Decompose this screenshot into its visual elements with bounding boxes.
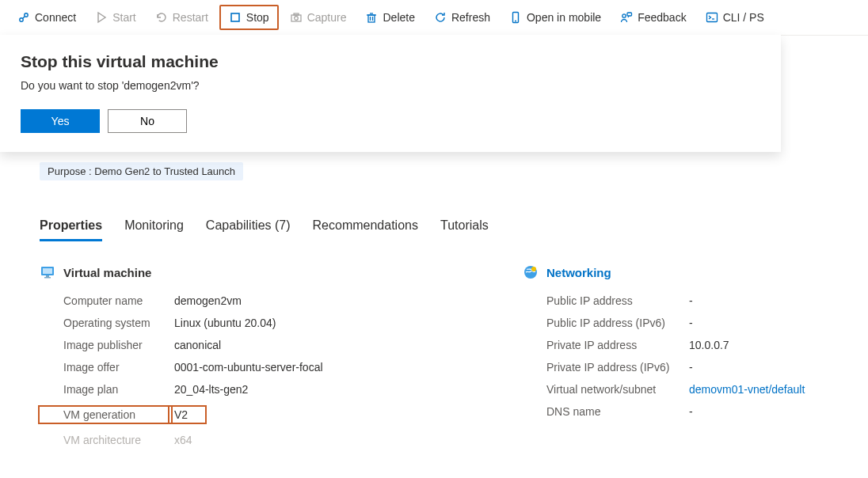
svg-rect-21 (46, 275, 49, 277)
row-value-link[interactable]: demovm01-vnet/default (689, 383, 805, 396)
networking-heading-label: Networking (546, 266, 611, 279)
no-button[interactable]: No (108, 109, 187, 133)
tabs: Properties Monitoring Capabilities (7) R… (40, 212, 847, 242)
refresh-icon (434, 11, 447, 24)
table-row: Image publishercanonical (40, 334, 451, 356)
connect-label: Connect (35, 11, 76, 24)
row-label: Computer name (40, 294, 174, 307)
tab-properties[interactable]: Properties (40, 212, 102, 241)
tab-tutorials[interactable]: Tutorials (440, 212, 489, 241)
table-row: Image plan20_04-lts-gen2 (40, 378, 451, 400)
vm-column: Virtual machine Computer namedemogen2vm … (40, 264, 451, 451)
table-row: Virtual network/subnetdemovm01-vnet/defa… (523, 378, 868, 400)
row-label: Image publisher (40, 339, 174, 351)
connect-icon (17, 11, 30, 24)
tab-capabilities[interactable]: Capabilities (7) (206, 212, 291, 241)
table-row: DNS name- (523, 400, 868, 423)
table-row: VM architecturex64 (40, 429, 451, 451)
svg-point-15 (622, 14, 626, 17)
row-label: Private IP address (523, 339, 689, 351)
open-mobile-button[interactable]: Open in mobile (501, 6, 609, 28)
vm-heading-label: Virtual machine (63, 266, 151, 279)
table-row-vm-generation: VM generationV2 (40, 400, 451, 429)
row-value: 10.0.0.7 (689, 339, 729, 351)
mobile-icon (509, 11, 522, 24)
svg-line-2 (23, 17, 25, 18)
dialog-message: Do you want to stop 'demogen2vm'? (21, 79, 760, 92)
row-value: 0001-com-ubuntu-server-focal (174, 361, 323, 374)
row-value: - (689, 361, 693, 374)
row-value: - (689, 405, 693, 418)
row-value: - (689, 317, 693, 329)
connect-button[interactable]: Connect (10, 6, 84, 28)
purpose-tag[interactable]: Purpose : Demo Gen2 to Trusted Launch (40, 162, 243, 180)
capture-label: Capture (307, 11, 347, 24)
svg-rect-22 (44, 277, 51, 279)
capture-button[interactable]: Capture (282, 6, 355, 28)
svg-rect-16 (627, 13, 632, 16)
toolbar: Connect Start Restart Stop Capture Delet… (0, 0, 868, 36)
table-row: Public IP address- (523, 290, 868, 312)
delete-label: Delete (383, 11, 414, 24)
stop-icon (229, 11, 242, 24)
play-icon (95, 11, 108, 24)
dialog-title: Stop this virtual machine (21, 52, 760, 71)
capture-icon (290, 11, 303, 24)
vm-heading: Virtual machine (40, 264, 451, 280)
dialog-actions: Yes No (21, 109, 760, 133)
row-label: Public IP address (523, 294, 689, 307)
networking-heading: Networking (523, 264, 868, 280)
row-label: Virtual network/subnet (523, 383, 689, 396)
svg-point-1 (25, 13, 28, 17)
trash-icon (365, 11, 378, 24)
cli-ps-button[interactable]: CLI / PS (698, 6, 772, 28)
tab-recommendations[interactable]: Recommendations (313, 212, 418, 241)
svg-point-6 (294, 17, 298, 21)
cli-icon (706, 11, 718, 24)
table-row: Public IP address (IPv6)- (523, 312, 868, 334)
table-row: Operating systemLinux (ubuntu 20.04) (40, 312, 451, 334)
svg-rect-20 (43, 268, 52, 274)
svg-rect-17 (706, 13, 717, 22)
properties-columns: Virtual machine Computer namedemogen2vm … (40, 264, 847, 451)
start-button[interactable]: Start (87, 6, 144, 28)
row-label: Private IP address (IPv6) (523, 361, 689, 374)
refresh-label: Refresh (451, 11, 490, 24)
open-mobile-label: Open in mobile (527, 11, 601, 24)
svg-rect-7 (294, 13, 299, 15)
svg-rect-4 (231, 13, 239, 21)
row-value: Linux (ubuntu 20.04) (174, 317, 276, 329)
restart-icon (155, 11, 168, 24)
table-row: Computer namedemogen2vm (40, 290, 451, 312)
row-label: VM generation (38, 405, 173, 424)
cli-ps-label: CLI / PS (723, 11, 764, 24)
networking-column: Networking Public IP address- Public IP … (523, 264, 868, 451)
start-label: Start (112, 11, 136, 24)
tab-monitoring[interactable]: Monitoring (124, 212, 184, 241)
row-value: demogen2vm (174, 294, 242, 307)
svg-rect-8 (368, 15, 375, 22)
row-label: Image plan (40, 383, 174, 396)
stop-button[interactable]: Stop (219, 5, 279, 30)
feedback-label: Feedback (638, 11, 686, 24)
yes-button[interactable]: Yes (21, 109, 100, 133)
refresh-button[interactable]: Refresh (426, 6, 498, 28)
feedback-button[interactable]: Feedback (612, 6, 694, 28)
delete-button[interactable]: Delete (357, 6, 422, 28)
restart-label: Restart (173, 11, 208, 24)
row-value: V2 (168, 405, 207, 424)
table-row: Private IP address10.0.0.7 (523, 334, 868, 356)
row-value: x64 (174, 434, 192, 446)
row-label: DNS name (523, 405, 689, 418)
row-label: VM architecture (40, 434, 174, 446)
restart-button[interactable]: Restart (147, 6, 216, 28)
table-row: Private IP address (IPv6)- (523, 356, 868, 378)
svg-marker-3 (98, 13, 105, 22)
globe-icon (523, 264, 539, 280)
stop-dialog: Stop this virtual machine Do you want to… (0, 35, 781, 152)
row-value: - (689, 294, 693, 307)
row-label: Operating system (40, 317, 174, 329)
row-value: canonical (174, 339, 221, 351)
person-feedback-icon (620, 11, 633, 24)
row-label: Public IP address (IPv6) (523, 317, 689, 329)
